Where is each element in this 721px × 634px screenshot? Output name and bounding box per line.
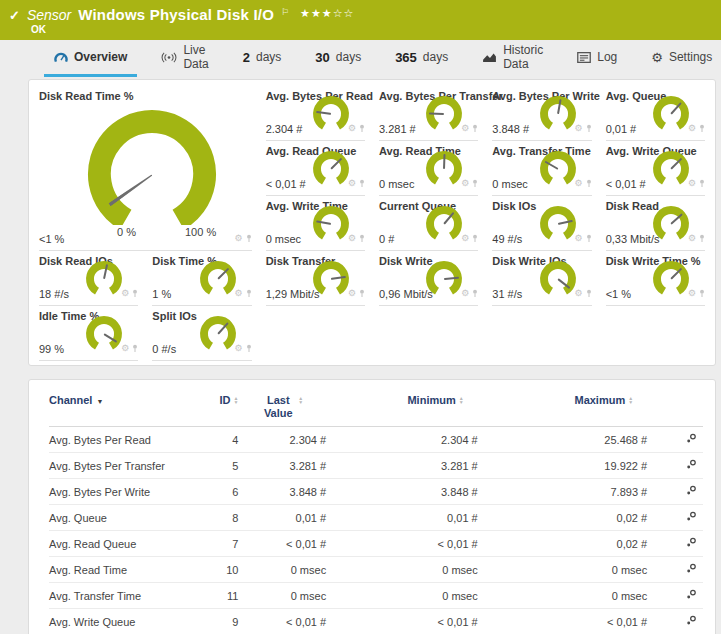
channel-name[interactable]: Avg. Bytes Per Read — [49, 434, 197, 446]
gear-icon[interactable]: ⚙ — [575, 179, 583, 188]
gauge-tile[interactable]: Disk Transfer1,29 Mbit/s⚙ — [266, 251, 365, 306]
gear-icon[interactable]: ⚙ — [688, 289, 696, 298]
gear-icon[interactable]: ⚙ — [348, 179, 356, 188]
gauge-tile[interactable]: Avg. Write Queue< 0,01 #⚙ — [606, 141, 705, 196]
table-row[interactable]: Avg. Write Queue9< 0,01 #< 0,01 #< 0,01 … — [49, 609, 703, 634]
pin-icon[interactable] — [246, 339, 252, 357]
tab-365-days[interactable]: 365days — [385, 40, 458, 77]
pin-icon[interactable] — [359, 119, 365, 137]
gear-icon[interactable]: ⚙ — [688, 124, 696, 133]
pin-icon[interactable] — [586, 229, 592, 247]
channel-settings-icon[interactable] — [686, 485, 697, 498]
channel-settings-icon[interactable] — [686, 433, 697, 446]
tab-2-days[interactable]: 2days — [233, 40, 292, 77]
column-header-id[interactable]: ID▲▼ — [197, 394, 239, 406]
table-row[interactable]: Avg. Bytes Per Write63.848 #3.848 #7.893… — [49, 479, 703, 505]
priority-stars[interactable]: ★★★☆☆ — [300, 7, 354, 20]
gauge-tile[interactable]: Avg. Bytes Per Read2.304 #⚙ — [266, 86, 365, 141]
tab-historic-data[interactable]: Historic Data — [472, 40, 553, 77]
column-header-channel[interactable]: Channel▼ — [49, 394, 197, 406]
gear-icon[interactable]: ⚙ — [235, 344, 243, 353]
pin-icon[interactable] — [586, 119, 592, 137]
channel-name[interactable]: Avg. Bytes Per Write — [49, 486, 197, 498]
gauge-tile[interactable]: Idle Time %99 %⚙ — [39, 306, 138, 361]
gear-icon[interactable]: ⚙ — [461, 179, 469, 188]
gauge-tile-main[interactable]: Disk Read Time % 0 % 100 % <1 % ⚙ — [39, 86, 252, 251]
pin-icon[interactable] — [699, 119, 705, 137]
tab-overview[interactable]: Overview — [44, 40, 137, 77]
gear-icon[interactable]: ⚙ — [575, 234, 583, 243]
channel-settings-icon[interactable] — [686, 459, 697, 472]
channel-name[interactable]: Avg. Queue — [49, 512, 197, 524]
gauge-tile[interactable]: Avg. Read Queue< 0,01 #⚙ — [266, 141, 365, 196]
gear-icon[interactable]: ⚙ — [235, 289, 243, 298]
pin-icon[interactable] — [359, 174, 365, 192]
gauge-tile[interactable]: Disk Write Time %<1 %⚙ — [606, 251, 705, 306]
gauge-tile[interactable]: Current Queue0 #⚙ — [379, 196, 478, 251]
gauge-tile[interactable]: Split IOs0 #/s⚙ — [152, 306, 251, 361]
gear-icon[interactable]: ⚙ — [348, 124, 356, 133]
pin-icon[interactable] — [699, 284, 705, 302]
channel-settings-icon[interactable] — [686, 589, 697, 602]
pin-icon[interactable] — [246, 284, 252, 302]
channel-name[interactable]: Avg. Bytes Per Transfer — [49, 460, 197, 472]
pin-icon[interactable] — [132, 284, 138, 302]
gauge-tile[interactable]: Disk Read IOs18 #/s⚙ — [39, 251, 138, 306]
tab-log[interactable]: Log — [567, 40, 627, 77]
gear-icon[interactable]: ⚙ — [121, 289, 129, 298]
channel-settings-icon[interactable] — [686, 511, 697, 524]
gauge-tile[interactable]: Disk Write IOs31 #/s⚙ — [492, 251, 591, 306]
gear-icon[interactable]: ⚙ — [461, 289, 469, 298]
gauge-tile[interactable]: Avg. Bytes Per Transfer3.281 #⚙ — [379, 86, 478, 141]
channel-name[interactable]: Avg. Read Queue — [49, 538, 197, 550]
gauge-tile[interactable]: Avg. Write Time0 msec⚙ — [266, 196, 365, 251]
gauge-tile[interactable]: Disk Write0,96 Mbit/s⚙ — [379, 251, 478, 306]
gear-icon[interactable]: ⚙ — [121, 344, 129, 353]
column-header-maximum[interactable]: Maximum▲▼ — [478, 394, 648, 406]
column-header-minimum[interactable]: Minimum▲▼ — [326, 394, 478, 406]
channel-settings-icon[interactable] — [686, 537, 697, 550]
gear-icon[interactable]: ⚙ — [575, 289, 583, 298]
table-row[interactable]: Avg. Bytes Per Read42.304 #2.304 #25.468… — [49, 427, 703, 453]
gauge-tile[interactable]: Avg. Bytes Per Write3.848 #⚙ — [492, 86, 591, 141]
gear-icon[interactable]: ⚙ — [348, 289, 356, 298]
gauge-tile[interactable]: Avg. Transfer Time0 msec⚙ — [492, 141, 591, 196]
pin-icon[interactable] — [699, 174, 705, 192]
gauge-tile[interactable]: Disk Time %1 %⚙ — [152, 251, 251, 306]
tab-30-days[interactable]: 30days — [305, 40, 371, 77]
pin-icon[interactable] — [699, 229, 705, 247]
pin-icon[interactable] — [359, 229, 365, 247]
pin-icon[interactable] — [132, 339, 138, 357]
pin-icon[interactable] — [359, 284, 365, 302]
pin-icon[interactable] — [472, 284, 478, 302]
channel-name[interactable]: Avg. Read Time — [49, 564, 197, 576]
column-header-last-value[interactable]: Last Value▲▼ — [238, 394, 326, 420]
table-row[interactable]: Avg. Bytes Per Transfer53.281 #3.281 #19… — [49, 453, 703, 479]
gear-icon[interactable]: ⚙ — [348, 234, 356, 243]
pin-icon[interactable] — [472, 119, 478, 137]
pin-icon[interactable] — [472, 174, 478, 192]
channel-settings-icon[interactable] — [686, 563, 697, 576]
pin-icon[interactable] — [586, 284, 592, 302]
gauge-tile[interactable]: Disk Read0,33 Mbit/s⚙ — [606, 196, 705, 251]
table-row[interactable]: Avg. Transfer Time110 msec0 msec0 msec — [49, 583, 703, 609]
flag-icon[interactable]: ⚐ — [281, 7, 289, 17]
pin-icon[interactable] — [586, 174, 592, 192]
pin-icon[interactable] — [472, 229, 478, 247]
gear-icon[interactable]: ⚙ — [688, 234, 696, 243]
tab-live-data[interactable]: Live Data — [151, 40, 218, 77]
gear-icon[interactable]: ⚙ — [688, 179, 696, 188]
gauge-tile[interactable]: Avg. Read Time0 msec⚙ — [379, 141, 478, 196]
table-row[interactable]: Avg. Read Time100 msec0 msec0 msec — [49, 557, 703, 583]
gear-icon[interactable]: ⚙ — [461, 124, 469, 133]
gauge-tile[interactable]: Disk IOs49 #/s⚙ — [492, 196, 591, 251]
gear-icon[interactable]: ⚙ — [461, 234, 469, 243]
tab-settings[interactable]: ⚙Settings — [641, 40, 721, 77]
table-row[interactable]: Avg. Queue80,01 #0,01 #0,02 # — [49, 505, 703, 531]
gear-icon[interactable]: ⚙ — [575, 124, 583, 133]
channel-settings-icon[interactable] — [686, 615, 697, 628]
table-row[interactable]: Avg. Read Queue7< 0,01 #< 0,01 #0,02 # — [49, 531, 703, 557]
pin-icon[interactable] — [246, 229, 252, 247]
gauge-tile[interactable]: Avg. Queue0,01 #⚙ — [606, 86, 705, 141]
channel-name[interactable]: Avg. Transfer Time — [49, 590, 197, 602]
